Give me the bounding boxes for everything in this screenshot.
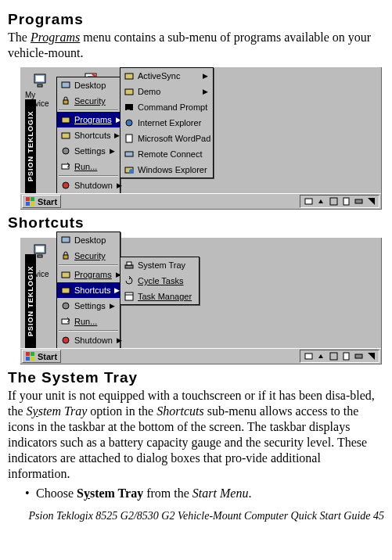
menu-separator bbox=[59, 264, 118, 266]
submenu-item-remote-connect[interactable]: Remote Connect bbox=[120, 146, 213, 162]
menu-item-security[interactable]: Security bbox=[57, 248, 120, 264]
menu-separator bbox=[59, 330, 118, 332]
tray-icon[interactable] bbox=[354, 197, 363, 206]
menu-label: Programs bbox=[74, 270, 112, 279]
em-programs: Programs bbox=[31, 31, 80, 44]
tray-icon[interactable] bbox=[341, 352, 351, 361]
menu-label: Task Manager bbox=[138, 292, 192, 301]
tray-icon[interactable] bbox=[304, 352, 313, 361]
svg-rect-8 bbox=[63, 100, 68, 104]
menu-label: Run... bbox=[74, 162, 97, 171]
submenu-item-demo[interactable]: Demo ▶ bbox=[120, 84, 213, 99]
menu-item-settings[interactable]: Settings ▶ bbox=[57, 143, 120, 159]
em-start-menu: Start Menu bbox=[192, 486, 249, 500]
start-label: Start bbox=[38, 197, 57, 206]
submenu-item-system-tray[interactable]: System Tray bbox=[120, 257, 199, 273]
menu-separator bbox=[59, 175, 118, 177]
gear-icon bbox=[60, 301, 70, 311]
programs-word: Programs bbox=[31, 31, 80, 44]
svg-rect-47 bbox=[125, 293, 133, 300]
bullet-text: Choose System Tray from the Start Menu. bbox=[36, 486, 251, 501]
submenu-item-wordpad[interactable]: Microsoft WordPad bbox=[120, 131, 213, 146]
system-tray[interactable] bbox=[300, 350, 379, 363]
menu-item-shutdown[interactable]: Shutdown ▶ bbox=[57, 178, 120, 193]
tray-icon[interactable] bbox=[304, 197, 313, 206]
tray-icon[interactable] bbox=[366, 197, 376, 206]
svg-point-18 bbox=[126, 120, 132, 126]
chevron-right-icon: ▶ bbox=[203, 88, 208, 95]
windows-logo-icon bbox=[26, 197, 35, 206]
windows-logo-icon bbox=[26, 352, 35, 361]
menu-label: Shortcuts bbox=[74, 285, 110, 295]
em-shortcuts: Shortcuts bbox=[156, 404, 203, 418]
cycle-icon bbox=[124, 276, 134, 286]
computer-icon bbox=[31, 70, 52, 91]
menu-label: Demo bbox=[138, 87, 160, 96]
svg-rect-27 bbox=[305, 199, 312, 204]
submenu-item-internet-explorer[interactable]: Internet Explorer bbox=[120, 115, 213, 131]
txt: from the bbox=[143, 486, 192, 500]
menu-label: Desktop bbox=[74, 235, 106, 245]
system-tray[interactable] bbox=[300, 195, 379, 208]
txt: option in the bbox=[87, 404, 156, 418]
menu-item-programs[interactable]: Programs ▶ bbox=[57, 112, 120, 127]
svg-point-44 bbox=[63, 337, 69, 343]
svg-rect-39 bbox=[63, 255, 68, 259]
svg-rect-28 bbox=[330, 198, 337, 205]
tray-icon[interactable] bbox=[316, 197, 325, 206]
menu-item-programs[interactable]: Programs ▶ bbox=[57, 267, 120, 282]
menu-item-desktop[interactable]: Desktop bbox=[57, 77, 120, 93]
tray-icon[interactable] bbox=[316, 352, 325, 361]
menu-item-run[interactable]: Run... bbox=[57, 159, 120, 174]
menu-item-shortcuts[interactable]: Shortcuts ▶ bbox=[57, 127, 120, 143]
menu-item-run[interactable]: Run... bbox=[57, 314, 120, 329]
menu-item-settings[interactable]: Settings ▶ bbox=[57, 298, 120, 314]
shutdown-icon bbox=[60, 181, 70, 191]
menu-item-shutdown[interactable]: Shutdown ▶ bbox=[57, 332, 120, 348]
submenu-item-cycle-tasks[interactable]: Cycle Tasks bbox=[120, 273, 199, 289]
folder-icon bbox=[124, 87, 134, 97]
svg-rect-52 bbox=[31, 357, 34, 361]
tray-icon[interactable] bbox=[329, 352, 338, 361]
taskbar: Start bbox=[20, 348, 381, 364]
page-footer: Psion Teklogix 8525 G2/8530 G2 Vehicle-M… bbox=[8, 510, 384, 522]
svg-rect-46 bbox=[127, 262, 131, 265]
tray-icon[interactable] bbox=[341, 197, 351, 206]
submenu-item-command-prompt[interactable]: _ Command Prompt bbox=[120, 99, 213, 115]
svg-rect-20 bbox=[125, 152, 133, 156]
run-icon bbox=[60, 317, 70, 327]
start-button[interactable]: Start bbox=[22, 195, 61, 208]
svg-text:_: _ bbox=[126, 104, 130, 110]
submenu-item-task-manager[interactable]: Task Manager bbox=[120, 289, 199, 304]
svg-rect-23 bbox=[26, 197, 30, 201]
folder-icon bbox=[60, 115, 70, 125]
menu-label: Run... bbox=[74, 317, 97, 326]
svg-rect-41 bbox=[62, 288, 70, 293]
menu-label: Security bbox=[74, 96, 106, 106]
svg-rect-49 bbox=[26, 352, 30, 356]
menu-item-security[interactable]: Security bbox=[57, 93, 120, 109]
tray-icon[interactable] bbox=[329, 197, 338, 206]
start-button[interactable]: Start bbox=[22, 350, 61, 363]
svg-rect-54 bbox=[330, 353, 337, 360]
tray-icon[interactable] bbox=[354, 352, 363, 361]
svg-rect-29 bbox=[343, 198, 349, 205]
svg-rect-15 bbox=[125, 89, 133, 95]
menu-item-desktop[interactable]: Desktop bbox=[57, 232, 120, 248]
menu-label: Internet Explorer bbox=[138, 118, 201, 127]
submenu-item-activesync[interactable]: ActiveSync ▶ bbox=[120, 68, 213, 84]
bullet-dot: • bbox=[25, 486, 36, 501]
svg-rect-1 bbox=[36, 76, 44, 81]
menu-label: Desktop bbox=[74, 81, 106, 90]
run-icon bbox=[60, 162, 70, 172]
txt: . bbox=[248, 486, 251, 500]
menu-label: Shutdown bbox=[74, 181, 113, 190]
chevron-right-icon: ▶ bbox=[117, 336, 122, 344]
chevron-right-icon: ▶ bbox=[110, 302, 115, 310]
menu-item-shortcuts[interactable]: Shortcuts ▶ bbox=[57, 282, 120, 298]
tray-icon[interactable] bbox=[366, 352, 376, 361]
submenu-item-windows-explorer[interactable]: Windows Explorer bbox=[120, 162, 213, 178]
svg-rect-7 bbox=[62, 82, 70, 88]
screenshot-programs: My Device Microsoft PSION TEKLOGIX Deskt… bbox=[20, 67, 382, 210]
menu-label: Security bbox=[74, 251, 106, 260]
